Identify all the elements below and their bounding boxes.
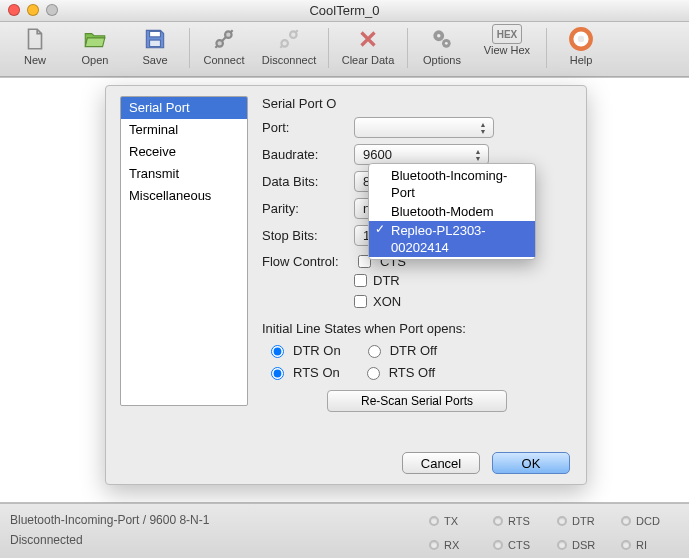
toolbar: New Open Save Connect Disconnect bbox=[0, 22, 689, 77]
disconnect-icon bbox=[272, 24, 306, 54]
rts-on-radio[interactable]: RTS On bbox=[266, 364, 340, 380]
toolbar-label: Connect bbox=[204, 54, 245, 66]
port-dropdown-menu[interactable]: Bluetooth-Incoming-Port Bluetooth-Modem … bbox=[368, 163, 536, 260]
window-title: CoolTerm_0 bbox=[309, 3, 379, 18]
svg-point-11 bbox=[578, 36, 585, 43]
stopbits-label: Stop Bits: bbox=[262, 228, 354, 243]
baudrate-select[interactable]: 9600 ▲▼ bbox=[354, 144, 489, 165]
save-icon bbox=[138, 24, 172, 54]
connect-button[interactable]: Connect bbox=[195, 24, 253, 66]
radio-label: DTR Off bbox=[390, 343, 437, 358]
led-dtr: DTR bbox=[557, 510, 619, 532]
rts-off-radio[interactable]: RTS Off bbox=[362, 364, 435, 380]
port-option[interactable]: Bluetooth-Incoming-Port bbox=[369, 166, 535, 202]
checkbox-label: DTR bbox=[373, 273, 400, 288]
toolbar-separator bbox=[546, 28, 547, 68]
file-icon bbox=[18, 24, 52, 54]
category-miscellaneous[interactable]: Miscellaneous bbox=[121, 185, 247, 207]
category-list[interactable]: Serial Port Terminal Receive Transmit Mi… bbox=[120, 96, 248, 406]
dtr-off-radio[interactable]: DTR Off bbox=[363, 342, 437, 358]
dtr-on-radio[interactable]: DTR On bbox=[266, 342, 341, 358]
led-rx: RX bbox=[429, 534, 491, 556]
led-ri: RI bbox=[621, 534, 683, 556]
clear-data-button[interactable]: Clear Data bbox=[334, 24, 402, 66]
hex-icon: HEX bbox=[492, 24, 522, 44]
led-rts: RTS bbox=[493, 510, 555, 532]
category-serial-port[interactable]: Serial Port bbox=[121, 97, 247, 119]
window-controls bbox=[8, 4, 58, 16]
port-label: Port: bbox=[262, 120, 354, 135]
flow-xon-checkbox[interactable]: XON bbox=[354, 294, 572, 309]
status-bar: Bluetooth-Incoming-Port / 9600 8-N-1 Dis… bbox=[0, 503, 689, 558]
port-option-selected[interactable]: Repleo-PL2303-00202414 bbox=[369, 221, 535, 257]
view-hex-button[interactable]: HEX View Hex bbox=[473, 24, 541, 56]
status-state: Disconnected bbox=[10, 530, 419, 550]
led-dcd: DCD bbox=[621, 510, 683, 532]
svg-point-2 bbox=[216, 40, 223, 47]
svg-rect-1 bbox=[150, 40, 161, 47]
led-tx: TX bbox=[429, 510, 491, 532]
initial-states-heading: Initial Line States when Port opens: bbox=[262, 321, 572, 336]
help-button[interactable]: Help bbox=[552, 24, 610, 66]
led-dsr: DSR bbox=[557, 534, 619, 556]
parity-label: Parity: bbox=[262, 201, 354, 216]
stepper-icon: ▲▼ bbox=[476, 120, 490, 136]
toolbar-label: Help bbox=[570, 54, 593, 66]
content-area: Serial Port Terminal Receive Transmit Mi… bbox=[0, 77, 689, 503]
toolbar-separator bbox=[407, 28, 408, 68]
options-dialog: Serial Port Terminal Receive Transmit Mi… bbox=[105, 85, 587, 485]
status-connection: Bluetooth-Incoming-Port / 9600 8-N-1 bbox=[10, 510, 419, 530]
ok-button[interactable]: OK bbox=[492, 452, 570, 474]
open-icon bbox=[78, 24, 112, 54]
radio-label: DTR On bbox=[293, 343, 341, 358]
clear-icon bbox=[351, 24, 385, 54]
toolbar-label: Save bbox=[142, 54, 167, 66]
svg-point-3 bbox=[225, 31, 232, 38]
databits-label: Data Bits: bbox=[262, 174, 354, 189]
flowcontrol-label: Flow Control: bbox=[262, 254, 354, 269]
radio-label: RTS On bbox=[293, 365, 340, 380]
checkbox-label: XON bbox=[373, 294, 401, 309]
save-button[interactable]: Save bbox=[126, 24, 184, 66]
rescan-button[interactable]: Re-Scan Serial Ports bbox=[327, 390, 507, 412]
toolbar-label: Options bbox=[423, 54, 461, 66]
toolbar-label: Open bbox=[82, 54, 109, 66]
flow-dtr-checkbox[interactable]: DTR bbox=[354, 273, 572, 288]
minimize-icon[interactable] bbox=[27, 4, 39, 16]
disconnect-button[interactable]: Disconnect bbox=[255, 24, 323, 66]
baudrate-label: Baudrate: bbox=[262, 147, 354, 162]
cancel-button[interactable]: Cancel bbox=[402, 452, 480, 474]
category-receive[interactable]: Receive bbox=[121, 141, 247, 163]
category-terminal[interactable]: Terminal bbox=[121, 119, 247, 141]
svg-point-9 bbox=[445, 42, 448, 45]
svg-rect-0 bbox=[150, 31, 161, 36]
form-heading: Serial Port O bbox=[262, 96, 572, 111]
toolbar-label: Clear Data bbox=[342, 54, 395, 66]
status-leds: TX RTS DTR DCD RX CTS DSR RI bbox=[429, 504, 689, 558]
gear-icon bbox=[425, 24, 459, 54]
toolbar-separator bbox=[328, 28, 329, 68]
radio-label: RTS Off bbox=[389, 365, 435, 380]
svg-point-4 bbox=[281, 40, 288, 47]
stepper-icon: ▲▼ bbox=[471, 147, 485, 163]
new-button[interactable]: New bbox=[6, 24, 64, 66]
zoom-icon[interactable] bbox=[46, 4, 58, 16]
titlebar: CoolTerm_0 bbox=[0, 0, 689, 22]
toolbar-label: Disconnect bbox=[262, 54, 316, 66]
toolbar-separator bbox=[189, 28, 190, 68]
help-icon bbox=[564, 24, 598, 54]
led-cts: CTS bbox=[493, 534, 555, 556]
port-select[interactable]: ▲▼ bbox=[354, 117, 494, 138]
close-icon[interactable] bbox=[8, 4, 20, 16]
svg-point-5 bbox=[290, 31, 297, 38]
select-value: 9600 bbox=[363, 147, 392, 162]
port-option[interactable]: Bluetooth-Modem bbox=[369, 202, 535, 221]
connect-icon bbox=[207, 24, 241, 54]
options-button[interactable]: Options bbox=[413, 24, 471, 66]
toolbar-label: View Hex bbox=[484, 44, 530, 56]
toolbar-label: New bbox=[24, 54, 46, 66]
svg-point-7 bbox=[437, 34, 440, 37]
category-transmit[interactable]: Transmit bbox=[121, 163, 247, 185]
open-button[interactable]: Open bbox=[66, 24, 124, 66]
